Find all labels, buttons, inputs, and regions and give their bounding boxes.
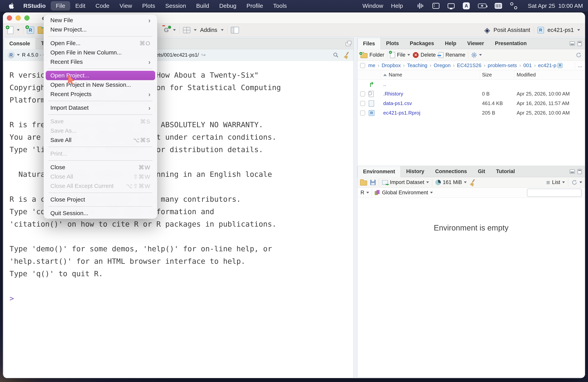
environment-pane-tab[interactable]: Git — [473, 166, 491, 177]
memory-usage-button[interactable]: 161 MiB — [435, 179, 467, 185]
show-panes-layout-icon[interactable] — [231, 27, 239, 33]
files-pane-tab[interactable]: Help — [440, 38, 462, 49]
file-menu-item[interactable]: › — [48, 68, 152, 69]
r-version-icon[interactable]: R — [8, 52, 15, 59]
zoom-window-button[interactable] — [24, 15, 30, 21]
maximize-pane-icon[interactable] — [578, 169, 582, 174]
new-project-icon[interactable]: R+ — [27, 26, 34, 34]
file-menu-item[interactable]: › — [48, 101, 152, 101]
sound-wave-icon[interactable] — [418, 2, 424, 9]
breadcrumb-item[interactable]: EC421S26R — [457, 63, 488, 68]
close-window-button[interactable] — [7, 15, 12, 21]
file-menu-item[interactable]: Recent Files › — [46, 57, 155, 66]
control-center-icon[interactable] — [510, 2, 517, 9]
menubar-item[interactable]: Profile — [242, 1, 268, 11]
refresh-environment-button[interactable] — [571, 179, 582, 186]
posit-assistant-button[interactable]: Posit Assistant — [494, 27, 530, 33]
addins-menu[interactable]: Addins — [200, 27, 217, 33]
column-header-modified[interactable]: Modified — [514, 70, 585, 79]
environment-search-box[interactable] — [527, 189, 582, 197]
environment-pane-tab[interactable]: Connections — [430, 166, 473, 177]
menubar-item[interactable]: Code — [90, 1, 115, 11]
column-header-name[interactable]: Name — [381, 70, 480, 79]
minimize-pane-icon[interactable] — [570, 170, 575, 174]
environment-search-input[interactable] — [531, 190, 585, 195]
save-workspace-icon[interactable] — [370, 180, 376, 185]
display-mirroring-icon[interactable] — [448, 3, 455, 8]
breadcrumb-item[interactable]: OregonR — [434, 63, 457, 68]
file-menu-item[interactable]: › — [48, 36, 152, 37]
file-menu-item[interactable]: Open File... ⌘O › — [46, 39, 155, 48]
load-workspace-icon[interactable] — [360, 180, 367, 186]
breadcrumb-item[interactable]: 001R — [523, 63, 538, 68]
file-name-link[interactable]: .Rhistory — [381, 91, 480, 97]
rename-button[interactable]: Rename — [439, 52, 465, 58]
search-icon[interactable] — [333, 52, 339, 58]
file-menu-item[interactable]: Open Project... › — [46, 71, 155, 80]
breadcrumb-overflow-button[interactable]: ... — [575, 63, 582, 68]
maximize-pane-icon[interactable] — [346, 42, 350, 46]
file-menu-item[interactable]: Close Project › — [46, 195, 155, 204]
menubar-item[interactable]: Plots — [137, 1, 160, 11]
file-menu-item[interactable]: Open File in New Column... › — [46, 48, 155, 57]
chevron-down-icon[interactable] — [577, 29, 580, 31]
file-menu-item[interactable]: Quit Session... › — [46, 209, 155, 218]
menubar-clock[interactable]: Sat Apr 25 10:00 AM — [528, 2, 583, 9]
breadcrumb-item[interactable]: TeachingR — [407, 63, 434, 68]
file-menu-item[interactable]: New File › — [46, 16, 155, 25]
breadcrumb-item[interactable]: meR — [368, 63, 382, 68]
minimize-window-button[interactable] — [16, 15, 21, 21]
file-menu-item[interactable]: › — [48, 192, 152, 193]
environment-pane-tab[interactable]: History — [401, 166, 430, 177]
minimize-pane-icon[interactable] — [570, 42, 575, 46]
files-pane-tab[interactable]: Plots — [381, 38, 404, 49]
menubar-item[interactable]: Window — [361, 1, 384, 11]
file-menu-item[interactable]: Save All ⌥⌘S › — [46, 135, 155, 145]
menubar-item[interactable]: Edit — [70, 1, 90, 11]
battery-charging-icon[interactable] — [478, 3, 486, 8]
refresh-icon[interactable] — [576, 52, 582, 58]
chevron-down-icon[interactable] — [173, 29, 176, 31]
file-menu-item[interactable]: › — [48, 147, 152, 147]
table-row[interactable]: data-ps1.csv 461.4 KB Apr 16, 2026, 11:5… — [357, 99, 585, 108]
new-folder-button[interactable]: + Folder — [360, 52, 384, 58]
menubar-item[interactable]: File — [51, 1, 70, 11]
console-pane-tab[interactable]: Console — [4, 38, 36, 49]
row-checkbox[interactable] — [360, 110, 365, 116]
file-name-link[interactable]: .. — [381, 81, 480, 87]
menubar-item[interactable]: Session — [160, 1, 191, 11]
files-pane-tab[interactable]: Viewer — [462, 38, 490, 49]
menubar-item[interactable]: View — [115, 1, 137, 11]
keyboard-backlight-icon[interactable] — [495, 3, 502, 9]
file-menu-item[interactable]: Print... › — [46, 149, 155, 158]
chevron-down-icon[interactable] — [17, 54, 20, 56]
new-file-icon[interactable]: + — [7, 26, 13, 34]
new-file-button[interactable]: + File — [390, 52, 410, 58]
file-name-link[interactable]: ec421-ps1.Rproj — [381, 110, 480, 116]
menubar-item[interactable]: Debug — [214, 1, 241, 11]
clear-objects-broom-icon[interactable] — [470, 179, 476, 186]
file-menu-item[interactable]: Import Dataset › — [46, 103, 155, 112]
breadcrumb-item[interactable]: ec421-pR — [538, 63, 563, 68]
clear-console-broom-icon[interactable] — [344, 52, 350, 58]
workspace-panes-icon[interactable] — [183, 27, 190, 33]
menubar-item[interactable]: Tools — [268, 1, 292, 11]
table-row[interactable]: .. — [357, 80, 585, 89]
table-row[interactable]: ec421-ps1.Rproj 205 B Apr 25, 2026, 10:0… — [357, 108, 585, 118]
language-selector[interactable]: R — [360, 190, 369, 196]
file-menu-item[interactable]: Close All ⇧⌘W › — [46, 172, 155, 181]
file-menu-item[interactable]: › — [48, 114, 152, 115]
file-name-link[interactable]: data-ps1.csv — [381, 100, 480, 106]
breadcrumb-item[interactable]: DropboxR — [382, 63, 407, 68]
file-menu-item[interactable]: Close All Except Current ⌥⇧⌘W › — [46, 181, 155, 191]
file-menu-item[interactable]: Recent Projects › — [46, 89, 155, 99]
maximize-pane-icon[interactable] — [578, 41, 582, 46]
apple-menu-icon[interactable] — [5, 2, 18, 9]
delete-button[interactable]: ✕ Delete — [413, 52, 436, 58]
menubar-app-name[interactable]: RStudio — [18, 2, 51, 9]
select-all-checkbox[interactable] — [360, 63, 365, 68]
project-menu-button[interactable]: ec421-ps1 — [547, 27, 574, 33]
version-control-icon[interactable]: G — [163, 26, 169, 34]
environment-pane-tab[interactable]: Environment — [357, 166, 401, 177]
files-pane-tab[interactable]: Presentation — [489, 38, 532, 49]
